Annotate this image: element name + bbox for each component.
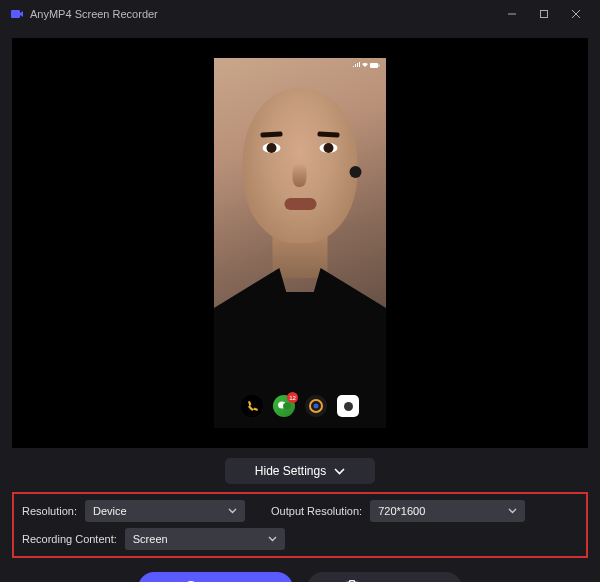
svg-rect-2 bbox=[541, 11, 548, 18]
resolution-label: Resolution: bbox=[22, 505, 77, 517]
svg-rect-5 bbox=[370, 63, 378, 68]
content-area: Hide Settings Resolution: Device Output … bbox=[0, 28, 600, 558]
phone-dock bbox=[214, 392, 386, 420]
app-title: AnyMP4 Screen Recorder bbox=[30, 8, 158, 20]
phone-mirror bbox=[214, 58, 386, 428]
settings-panel: Resolution: Device Output Resolution: 72… bbox=[12, 492, 588, 558]
camera-app-icon bbox=[337, 395, 359, 417]
resolution-value: Device bbox=[93, 505, 127, 517]
recording-content-dropdown[interactable]: Screen bbox=[125, 528, 285, 550]
browser-app-icon bbox=[305, 395, 327, 417]
chevron-down-icon bbox=[268, 536, 277, 542]
hide-settings-label: Hide Settings bbox=[255, 464, 326, 478]
resolution-dropdown[interactable]: Device bbox=[85, 500, 245, 522]
minimize-button[interactable] bbox=[498, 4, 526, 24]
maximize-button[interactable] bbox=[530, 4, 558, 24]
titlebar-left: AnyMP4 Screen Recorder bbox=[10, 7, 158, 21]
phone-app-icon bbox=[241, 395, 263, 417]
recording-content-label: Recording Content: bbox=[22, 533, 117, 545]
chevron-down-icon bbox=[228, 508, 237, 514]
titlebar: AnyMP4 Screen Recorder bbox=[0, 0, 600, 28]
app-logo-icon bbox=[10, 7, 24, 21]
chevron-down-icon bbox=[508, 508, 517, 514]
svg-rect-6 bbox=[379, 64, 380, 66]
battery-icon bbox=[370, 63, 380, 68]
phone-status-bar bbox=[214, 58, 386, 72]
close-button[interactable] bbox=[562, 4, 590, 24]
svg-point-10 bbox=[314, 404, 319, 409]
status-indicators bbox=[353, 62, 380, 68]
preview-panel bbox=[12, 38, 588, 448]
output-resolution-value: 720*1600 bbox=[378, 505, 425, 517]
settings-row-1: Resolution: Device Output Resolution: 72… bbox=[22, 500, 578, 522]
portrait-face bbox=[243, 88, 358, 243]
window-controls bbox=[498, 4, 590, 24]
snapshot-button[interactable]: SnapShot bbox=[307, 572, 462, 582]
messages-app-icon bbox=[273, 395, 295, 417]
settings-row-2: Recording Content: Screen bbox=[22, 528, 578, 550]
hide-settings-button[interactable]: Hide Settings bbox=[225, 458, 375, 484]
bottom-bar: Record SnapShot Recording history bbox=[0, 558, 600, 582]
svg-point-8 bbox=[283, 403, 291, 410]
signal-icon bbox=[353, 62, 360, 68]
wifi-icon bbox=[362, 62, 368, 68]
svg-rect-0 bbox=[11, 10, 20, 18]
output-resolution-label: Output Resolution: bbox=[271, 505, 362, 517]
chevron-down-icon bbox=[334, 468, 345, 475]
recording-content-value: Screen bbox=[133, 533, 168, 545]
output-resolution-dropdown[interactable]: 720*1600 bbox=[370, 500, 525, 522]
record-button[interactable]: Record bbox=[138, 572, 293, 582]
